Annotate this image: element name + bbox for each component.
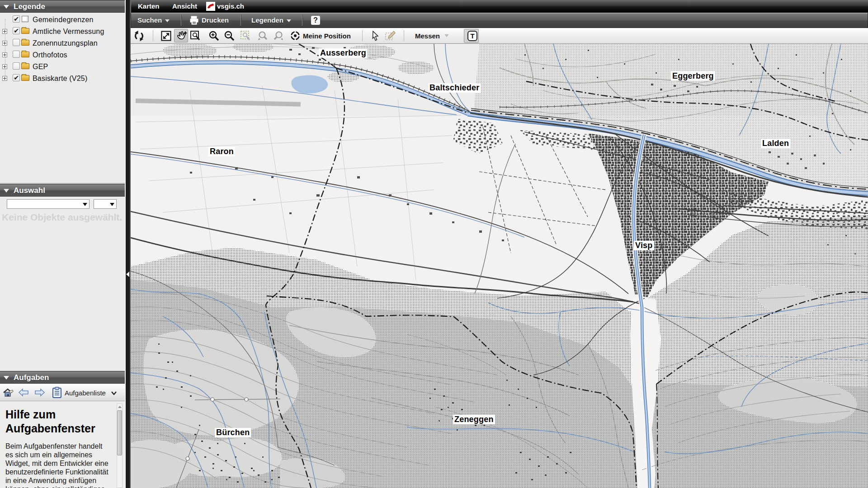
svg-text:T: T <box>470 32 474 40</box>
